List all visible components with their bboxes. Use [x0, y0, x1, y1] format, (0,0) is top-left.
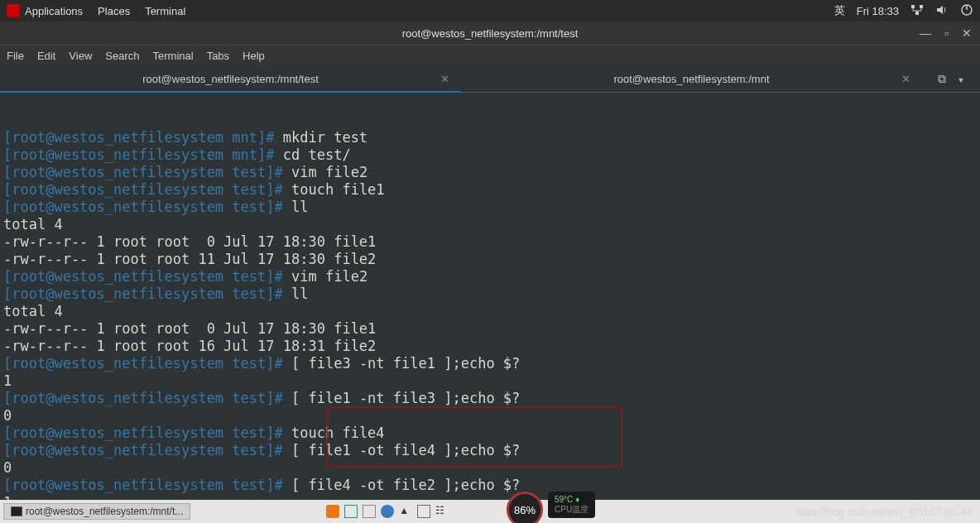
maximize-button[interactable]: ▫	[944, 26, 949, 40]
network-icon[interactable]	[910, 3, 924, 19]
terminal-line: [root@westos_netfilesystem test]# [ file…	[3, 477, 977, 494]
tab-toolbar: ⧉ ▾	[922, 66, 980, 93]
system-monitor-widget[interactable]: 86% 59°C ♦ CPU温度	[507, 487, 595, 523]
tray-icon[interactable]	[363, 505, 376, 518]
terminal-line: [root@westos_netfilesystem test]# ll	[3, 285, 977, 303]
power-icon[interactable]	[960, 3, 973, 19]
tab-label: root@westos_netfilesystem:/mnt	[613, 73, 769, 85]
terminal-line: [root@westos_netfilesystem test]# touch …	[3, 181, 977, 199]
tray-icon[interactable]	[381, 505, 394, 518]
terminal-line: [root@westos_netfilesystem test]# [ file…	[3, 355, 977, 372]
cpu-gauge: 86%	[507, 492, 543, 523]
terminal-icon	[11, 506, 22, 516]
terminal-line: [root@westos_netfilesystem test]# vim fi…	[3, 164, 977, 181]
tray-icon[interactable]	[326, 505, 339, 518]
app-menu-bar: File Edit View Search Terminal Tabs Help	[0, 45, 980, 66]
cpu-temp-box: 59°C ♦ CPU温度	[548, 492, 595, 518]
menu-terminal-app[interactable]: Terminal	[153, 50, 194, 62]
menu-file[interactable]: File	[7, 50, 24, 62]
minimize-button[interactable]: —	[920, 26, 931, 40]
tab-menu-dropdown-icon[interactable]: ▾	[958, 73, 964, 86]
tab-0[interactable]: root@westos_netfilesystem:/mnt/test ✕	[0, 66, 461, 93]
tab-close-icon[interactable]: ✕	[440, 73, 449, 85]
window-title-bar[interactable]: root@westos_netfilesystem:/mnt/test — ▫ …	[0, 22, 980, 45]
terminal-line: -rw-r--r-- 1 root root 16 Jul 17 18:31 f…	[3, 338, 977, 355]
terminal-line: -rw-r--r-- 1 root root 11 Jul 17 18:30 f…	[3, 251, 977, 268]
terminal-line: [root@westos_netfilesystem test]# ll	[3, 199, 977, 216]
desktop-top-bar: Applications Places Terminal 英 Fri 18:33	[0, 0, 980, 22]
tray-icon[interactable]	[417, 505, 430, 518]
menu-places[interactable]: Places	[98, 5, 130, 17]
svg-rect-0	[911, 5, 915, 8]
new-tab-icon[interactable]: ⧉	[938, 72, 946, 86]
tray-icon[interactable]: ☷	[435, 505, 449, 518]
menu-tabs[interactable]: Tabs	[207, 50, 229, 62]
menu-applications[interactable]: Applications	[25, 5, 83, 17]
highlight-box	[327, 407, 622, 467]
close-button[interactable]: ✕	[962, 26, 972, 40]
terminal-output[interactable]: [root@westos_netfilesystem mnt]# mkdir t…	[0, 93, 980, 523]
tray-icon[interactable]	[344, 505, 358, 518]
tray-icons: ▲ ☷	[326, 505, 449, 518]
terminal-line: [root@westos_netfilesystem mnt]# mkdir t…	[3, 129, 977, 146]
terminal-line: [root@westos_netfilesystem test]# [ file…	[3, 390, 977, 407]
terminal-line: -rw-r--r-- 1 root root 0 Jul 17 18:30 fi…	[3, 233, 977, 251]
redhat-icon	[7, 4, 20, 17]
tab-1[interactable]: root@westos_netfilesystem:/mnt ✕	[461, 66, 922, 93]
menu-search[interactable]: Search	[105, 50, 139, 62]
terminal-line: total 4	[3, 216, 977, 233]
volume-icon[interactable]	[935, 3, 949, 19]
tray-icon[interactable]: ▲	[399, 505, 412, 518]
terminal-line: 1	[3, 372, 977, 390]
terminal-tabs: root@westos_netfilesystem:/mnt/test ✕ ro…	[0, 66, 980, 93]
tab-label: root@westos_netfilesystem:/mnt/test	[142, 73, 319, 85]
menu-terminal[interactable]: Terminal	[145, 5, 185, 17]
terminal-line: total 4	[3, 303, 977, 320]
terminal-line: [root@westos_netfilesystem mnt]# cd test…	[3, 146, 977, 164]
watermark-text: https://blog.csdn.net/wei_@51CT@L.44	[796, 506, 972, 518]
terminal-line: -rw-r--r-- 1 root root 0 Jul 17 18:30 fi…	[3, 320, 977, 338]
menu-help[interactable]: Help	[243, 50, 265, 62]
menu-view[interactable]: View	[69, 50, 92, 62]
menu-edit[interactable]: Edit	[37, 50, 55, 62]
tab-close-icon[interactable]: ✕	[901, 73, 910, 85]
window-title: root@westos_netfilesystem:/mnt/test	[402, 27, 579, 40]
svg-rect-1	[920, 5, 923, 8]
terminal-line: [root@westos_netfilesystem test]# vim fi…	[3, 268, 977, 285]
clock[interactable]: Fri 18:33	[857, 5, 899, 17]
taskbar-app-label: root@westos_netfilesystem:/mnt/t...	[26, 506, 183, 517]
input-method-indicator[interactable]: 英	[834, 3, 845, 18]
taskbar-app-terminal[interactable]: root@westos_netfilesystem:/mnt/t...	[3, 503, 190, 520]
